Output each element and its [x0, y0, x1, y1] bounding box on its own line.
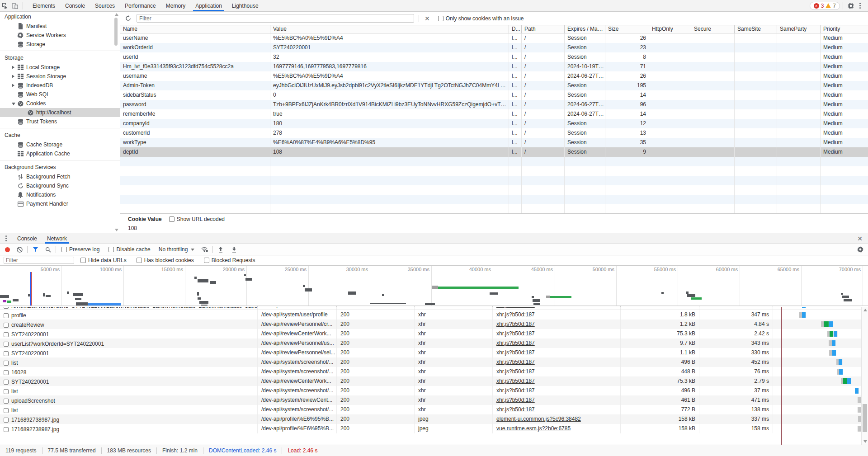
- column-header-sameparty[interactable]: SameParty: [777, 25, 821, 33]
- column-header-value[interactable]: Value: [270, 25, 509, 33]
- tab-performance[interactable]: Performance: [120, 0, 161, 11]
- cookie-row[interactable]: deptId108l.../Session9Medium: [120, 147, 868, 157]
- initiator-link[interactable]: xhr.js?b50d:187: [496, 387, 535, 394]
- network-request-row[interactable]: 16028/dev-api/system/screenshot/...200xh…: [0, 367, 861, 376]
- device-toolbar-icon[interactable]: [10, 1, 20, 10]
- tab-application[interactable]: Application: [190, 0, 227, 11]
- network-request-row[interactable]: list/dev-api/system/screenshot/...200xhr…: [0, 405, 861, 414]
- column-header-path[interactable]: Path: [522, 25, 565, 33]
- sidebar-item-web-sql[interactable]: Web SQL: [0, 90, 120, 99]
- initiator-link[interactable]: vue.runtime.esm.js?2b0e:6785: [496, 425, 571, 432]
- cookie-row[interactable]: passwordTzb+9BPFx6IJZjAnKrk4BR0fzrlXd1V9…: [120, 100, 868, 109]
- blocked-requests-checkbox[interactable]: [204, 258, 209, 263]
- drawer-tab-network[interactable]: Network: [42, 233, 72, 244]
- refresh-icon[interactable]: [123, 14, 133, 23]
- cookie-row[interactable]: companyId180l.../Session12Medium: [120, 119, 868, 128]
- cookie-row[interactable]: workType%E6%A0%87%E4%B9%A6%E5%8D%95l.../…: [120, 138, 868, 147]
- drawer-tab-console[interactable]: Console: [12, 233, 42, 244]
- initiator-link[interactable]: xhr.js?b50d:187: [496, 349, 535, 356]
- scroll-down-arrow[interactable]: [115, 229, 118, 231]
- network-request-row[interactable]: 1716892738987.jpg/dev-api/profile/%E6%95…: [0, 414, 861, 424]
- initiator-link[interactable]: xhr.js?b50d:187: [496, 307, 535, 308]
- network-request-row[interactable]: createReview/dev-api/reviewPersonnel/cr.…: [0, 320, 861, 329]
- network-request-row[interactable]: uploadScreenshot/dev-api/system/reviewCe…: [0, 395, 861, 405]
- search-icon[interactable]: [43, 245, 53, 254]
- close-drawer-icon[interactable]: ✕: [854, 235, 865, 242]
- show-url-decoded-checkbox[interactable]: [169, 216, 175, 222]
- clear-icon[interactable]: [14, 245, 24, 254]
- network-request-row[interactable]: reviewList?workOrderId=SYT240220001&flow…: [0, 307, 861, 310]
- sidebar-item-local-storage[interactable]: Local Storage: [0, 63, 120, 72]
- tab-lighthouse[interactable]: Lighthouse: [227, 0, 264, 11]
- disable-cache-checkbox[interactable]: [108, 247, 114, 252]
- column-header-samesite[interactable]: SameSite: [735, 25, 777, 33]
- request-checkbox[interactable]: [4, 332, 9, 337]
- initiator-link[interactable]: xhr.js?b50d:187: [496, 406, 535, 413]
- request-checkbox[interactable]: [4, 361, 9, 366]
- network-request-row[interactable]: list/dev-api/system/screenshot/...200xhr…: [0, 386, 861, 395]
- scroll-up-arrow[interactable]: [863, 309, 867, 311]
- initiator-link[interactable]: xhr.js?b50d:187: [496, 378, 535, 384]
- cookie-row[interactable]: Hm_lvt_f0e331435f93c3123dfd754c5528cc2a1…: [120, 62, 868, 71]
- request-checkbox[interactable]: [4, 342, 9, 347]
- column-header-expiresmax[interactable]: Expires / Max-...: [565, 25, 605, 33]
- delete-cookie-icon[interactable]: ✕: [422, 15, 433, 22]
- initiator-link[interactable]: xhr.js?b50d:187: [496, 359, 535, 365]
- cookie-row[interactable]: username%E5%BC%A0%E5%9D%A4l.../2024-06-2…: [120, 71, 868, 81]
- tab-sources[interactable]: Sources: [90, 0, 120, 11]
- sidebar-item-manifest[interactable]: Manifest: [0, 22, 120, 31]
- column-header-size[interactable]: Size: [605, 25, 649, 33]
- cookie-row[interactable]: customerId278l.../Session13Medium: [120, 128, 868, 138]
- tab-memory[interactable]: Memory: [161, 0, 190, 11]
- inspect-element-icon[interactable]: [0, 1, 10, 10]
- cookie-row[interactable]: workOrderIdSYT240220001l.../Session23Med…: [120, 43, 868, 52]
- chevron-right-icon[interactable]: [12, 84, 14, 87]
- sidebar-item-background-fetch[interactable]: Background Fetch: [0, 172, 120, 181]
- network-request-row[interactable]: SYT240220001/dev-api/reviewPersonnel/sel…: [0, 348, 861, 357]
- settings-icon[interactable]: [846, 1, 856, 10]
- cookie-row[interactable]: Admin-TokeneyJhbGciOiJIUzUxMiJ9.eyJsb2dp…: [120, 81, 868, 90]
- network-request-row[interactable]: 1716892738987.jpg/dev-api/profile/%E6%95…: [0, 424, 861, 433]
- cookie-row[interactable]: sidebarStatus0l.../Session14Medium: [120, 90, 868, 100]
- scroll-up-arrow[interactable]: [115, 13, 118, 16]
- filter-funnel-icon[interactable]: [30, 245, 40, 254]
- sidebar-item-cookies[interactable]: Cookies: [0, 99, 120, 108]
- record-icon[interactable]: [5, 247, 10, 252]
- column-header-d[interactable]: D...: [509, 25, 522, 33]
- cookies-table-header[interactable]: NameValueD...PathExpires / Max-...SizeHt…: [120, 25, 868, 33]
- request-checkbox[interactable]: [4, 380, 9, 385]
- sidebar-item-http-localhost[interactable]: http://localhost: [0, 108, 120, 117]
- only-show-issue-checkbox[interactable]: [438, 16, 443, 21]
- request-checkbox[interactable]: [4, 427, 9, 432]
- sidebar-item-application-cache[interactable]: Application Cache: [0, 149, 120, 158]
- request-checkbox[interactable]: [4, 399, 9, 404]
- network-request-row[interactable]: userList?workOrderId=SYT240220001/dev-ap…: [0, 338, 861, 348]
- initiator-link[interactable]: element-ui.common.js?5c96:38482: [496, 416, 581, 422]
- console-issues-badge[interactable]: × 3 7: [810, 2, 840, 10]
- scroll-down-arrow[interactable]: [863, 440, 867, 443]
- kebab-menu-icon[interactable]: [856, 1, 864, 10]
- column-header-secure[interactable]: Secure: [691, 25, 735, 33]
- initiator-link[interactable]: xhr.js?b50d:187: [496, 368, 535, 375]
- network-request-row[interactable]: SYT240220001/dev-api/reviewCenterWork...…: [0, 329, 861, 338]
- preserve-log-checkbox[interactable]: [61, 247, 67, 252]
- cookie-row[interactable]: userName%E5%BC%A0%E5%9D%A4l.../Session26…: [120, 33, 868, 43]
- chevron-right-icon[interactable]: [12, 75, 14, 78]
- network-settings-icon[interactable]: [855, 245, 865, 254]
- sidebar-item-background-sync[interactable]: Background Sync: [0, 181, 120, 190]
- hide-data-urls-checkbox[interactable]: [80, 258, 86, 263]
- column-header-httponly[interactable]: HttpOnly: [649, 25, 691, 33]
- chevron-down-icon[interactable]: [12, 103, 15, 105]
- scroll-thumb[interactable]: [863, 404, 867, 432]
- sidebar-item-session-storage[interactable]: Session Storage: [0, 72, 120, 81]
- network-request-row[interactable]: list/dev-api/system/screenshot/...200xhr…: [0, 357, 861, 367]
- network-conditions-icon[interactable]: [200, 245, 210, 254]
- sidebar-scrollbar[interactable]: [114, 13, 119, 231]
- initiator-link[interactable]: xhr.js?b50d:187: [496, 321, 535, 327]
- initiator-link[interactable]: xhr.js?b50d:187: [496, 311, 535, 318]
- tab-elements[interactable]: Elements: [28, 0, 60, 11]
- sidebar-item-notifications[interactable]: Notifications: [0, 190, 120, 199]
- sidebar-item-cache-storage[interactable]: Cache Storage: [0, 140, 120, 149]
- request-checkbox[interactable]: [4, 370, 9, 375]
- sidebar-item-payment-handler[interactable]: Payment Handler: [0, 199, 120, 208]
